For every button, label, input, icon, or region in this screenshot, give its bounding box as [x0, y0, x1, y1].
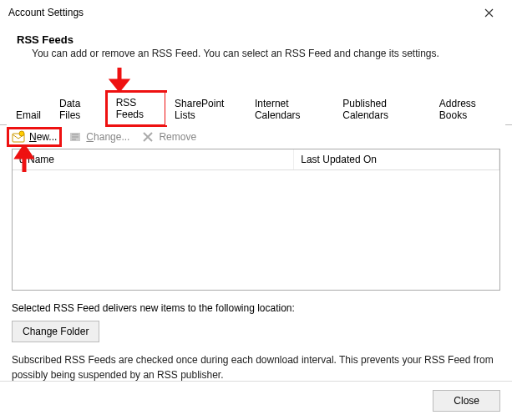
tab-strip: Email Data Files RSS Feeds SharePoint Li…: [0, 91, 512, 125]
list-header: d Name Last Updated On: [13, 149, 499, 170]
change-button[interactable]: Change...: [68, 130, 129, 144]
close-button[interactable]: Close: [433, 390, 500, 412]
toolbar: New... Change... Remove: [0, 125, 512, 149]
dialog-footer: Close: [0, 381, 512, 420]
tab-data-files[interactable]: Data Files: [50, 93, 107, 125]
feeds-list: d Name Last Updated On: [12, 149, 500, 291]
tab-published-calendars[interactable]: Published Calendars: [333, 93, 430, 125]
annotation-arrow-down-icon: [107, 66, 132, 91]
change-icon: [68, 130, 82, 144]
delivery-text: Selected RSS Feed delivers new items to …: [0, 291, 512, 321]
change-button-label: hange...: [94, 131, 129, 143]
change-button-hotkey: C: [86, 131, 94, 143]
close-icon: [484, 8, 494, 18]
note-text: Subscribed RSS Feeds are checked once du…: [0, 352, 512, 382]
tab-internet-calendars[interactable]: Internet Calendars: [246, 93, 333, 125]
section-description: You can add or remove an RSS Feed. You c…: [0, 48, 512, 59]
tab-sharepoint-lists[interactable]: SharePoint Lists: [165, 93, 246, 125]
column-last-updated[interactable]: Last Updated On: [294, 149, 499, 170]
new-button[interactable]: New...: [12, 130, 57, 144]
annotation-arrow-up-icon: [12, 145, 37, 174]
tab-email[interactable]: Email: [7, 104, 50, 125]
tab-address-books[interactable]: Address Books: [430, 93, 505, 125]
remove-icon: [141, 130, 155, 144]
column-feed-name[interactable]: d Name: [13, 149, 294, 170]
new-button-label: ew...: [37, 131, 58, 143]
new-feed-icon: [12, 130, 25, 144]
change-folder-button[interactable]: Change Folder: [12, 321, 99, 342]
remove-button-label: Remove: [159, 131, 196, 143]
tabs-container: Email Data Files RSS Feeds SharePoint Li…: [0, 91, 512, 382]
svg-point-1: [19, 131, 24, 136]
remove-button[interactable]: Remove: [141, 130, 196, 144]
section-heading: RSS Feeds: [0, 25, 512, 48]
new-button-hotkey: N: [29, 131, 37, 143]
title-bar: Account Settings: [0, 0, 512, 25]
window-close-button[interactable]: [472, 1, 505, 24]
tab-rss-feeds[interactable]: RSS Feeds: [107, 92, 165, 125]
window-title: Account Settings: [8, 7, 84, 18]
